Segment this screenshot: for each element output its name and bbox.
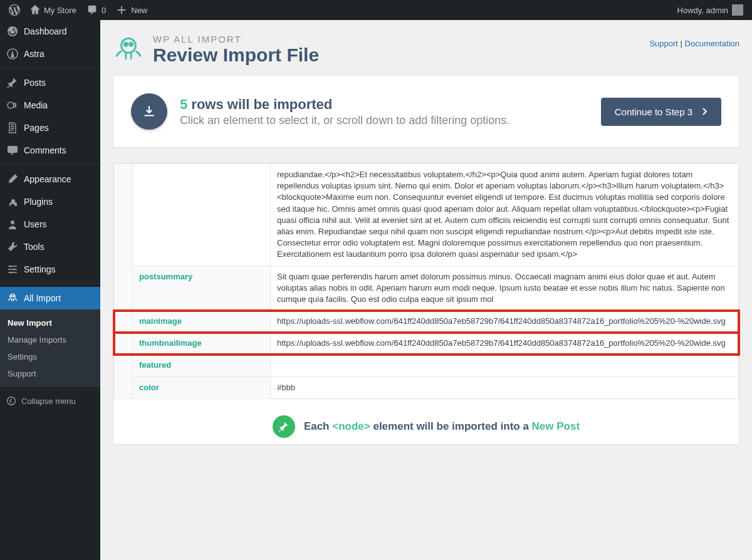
svg-point-9 (8, 397, 16, 405)
collapse-label: Collapse menu (21, 397, 76, 406)
menu-label: Media (24, 100, 48, 110)
new-label: New (131, 6, 147, 15)
footer-note: Each <node> element will be imported int… (113, 415, 739, 438)
cell-key[interactable]: thumbnailimage (133, 333, 271, 355)
comments-icon (6, 144, 19, 157)
menu-label: Plugins (24, 197, 53, 207)
footer-middle: element will be imported into a (370, 420, 532, 432)
menu-pages[interactable]: Pages (0, 117, 100, 139)
admin-topbar: My Store 0 New Howdy, admin (0, 0, 752, 20)
howdy-text: Howdy, admin (677, 6, 728, 15)
submenu-manage-imports[interactable]: Manage Imports (0, 331, 100, 348)
table-row[interactable]: featured (114, 355, 739, 376)
intro-title: 5 rows will be imported (180, 96, 588, 113)
home-icon (30, 5, 40, 15)
cell-key[interactable]: postsummary (133, 266, 271, 311)
footer-newpost: New Post (532, 420, 580, 432)
wordpress-icon (9, 4, 20, 16)
intro-subtitle: Click an element to select it, or scroll… (180, 114, 588, 127)
table-row[interactable]: repudiandae.</p><h2>Et necessitatibus vo… (114, 164, 739, 266)
support-link[interactable]: Support (649, 39, 678, 48)
submenu-support[interactable]: Support (0, 365, 100, 382)
user-icon (6, 218, 19, 231)
submenu-settings[interactable]: Settings (0, 348, 100, 365)
wrench-icon (6, 241, 19, 253)
sliders-icon (6, 263, 19, 276)
footer-node: <node> (332, 420, 370, 432)
menu-label: All Import (24, 293, 61, 303)
menu-label: Pages (24, 123, 49, 133)
rows-count: 5 (180, 96, 187, 112)
footer-each: Each (304, 420, 332, 432)
site-name-label: My Store (44, 6, 76, 15)
menu-label: Appearance (24, 174, 71, 184)
cell-value[interactable]: repudiandae.</p><h2>Et necessitatibus vo… (271, 164, 739, 266)
menu-all-import[interactable]: All Import (0, 287, 100, 309)
cell-value[interactable]: https://uploads-ssl.webflow.com/641ff240… (271, 333, 739, 355)
menu-tools[interactable]: Tools (0, 236, 100, 258)
svg-point-3 (10, 266, 12, 267)
svg-point-2 (11, 220, 14, 224)
pin-circle-icon (273, 415, 295, 438)
account-menu[interactable]: Howdy, admin (672, 4, 748, 16)
media-icon (6, 99, 19, 111)
cell-key[interactable]: mainimage (133, 311, 271, 333)
menu-label: Astra (24, 49, 44, 59)
menu-comments[interactable]: Comments (0, 139, 100, 162)
intro-panel: 5 rows will be imported Click an element… (113, 75, 739, 148)
data-table: repudiandae.</p><h2>Et necessitatibus vo… (113, 163, 739, 399)
brand-title: WP ALL IMPORT (153, 34, 319, 44)
wp-logo[interactable] (4, 0, 25, 20)
collapse-menu[interactable]: Collapse menu (0, 390, 100, 411)
menu-plugins[interactable]: Plugins (0, 190, 100, 213)
continue-button[interactable]: Continue to Step 3 (601, 98, 721, 126)
table-row[interactable]: mainimage https://uploads-ssl.webflow.co… (114, 311, 739, 333)
site-name[interactable]: My Store (25, 0, 81, 20)
cell-value[interactable]: https://uploads-ssl.webflow.com/641ff240… (271, 311, 739, 333)
cell-key[interactable]: featured (133, 355, 271, 376)
header-links: Support | Documentation (649, 34, 739, 48)
admin-sidebar: Dashboard Astra Posts Media Pages (0, 20, 100, 560)
astra-icon (6, 48, 19, 60)
table-row[interactable]: thumbnailimage https://uploads-ssl.webfl… (114, 333, 739, 355)
menu-media[interactable]: Media (0, 94, 100, 117)
main-content: WP ALL IMPORT Review Import File Support… (100, 20, 752, 560)
menu-posts[interactable]: Posts (0, 71, 100, 94)
continue-label: Continue to Step 3 (615, 106, 692, 117)
cell-value[interactable]: Sit quam quae perferendis harum amet dol… (271, 266, 739, 311)
svg-point-12 (130, 43, 133, 46)
wpai-logo-icon (113, 34, 144, 65)
table-row[interactable]: postsummary Sit quam quae perferendis ha… (114, 266, 739, 311)
plus-icon (116, 4, 127, 16)
page-header: WP ALL IMPORT Review Import File Support… (113, 26, 739, 75)
menu-label: Users (24, 219, 47, 229)
cell-value[interactable]: #bbb (271, 376, 739, 398)
plug-icon (6, 195, 19, 208)
cell-value[interactable] (271, 355, 739, 376)
submenu-new-import[interactable]: New Import (0, 314, 100, 331)
pin-icon (6, 76, 19, 89)
submenu-all-import: New Import Manage Imports Settings Suppo… (0, 309, 100, 387)
svg-point-6 (10, 294, 15, 299)
svg-point-1 (8, 102, 14, 108)
menu-dashboard[interactable]: Dashboard (0, 20, 100, 43)
new-content[interactable]: New (111, 0, 152, 20)
data-preview-panel: repudiandae.</p><h2>Et necessitatibus vo… (113, 163, 739, 445)
octo-icon (6, 292, 19, 304)
menu-label: Dashboard (24, 26, 67, 36)
brush-icon (6, 173, 19, 185)
menu-appearance[interactable]: Appearance (0, 168, 100, 190)
avatar (732, 4, 743, 16)
menu-settings[interactable]: Settings (0, 258, 100, 281)
svg-point-5 (11, 272, 13, 274)
cell-key[interactable]: color (133, 376, 271, 398)
svg-point-7 (11, 296, 13, 297)
pages-icon (6, 122, 19, 134)
menu-astra[interactable]: Astra (0, 43, 100, 65)
documentation-link[interactable]: Documentation (685, 39, 739, 48)
page-title: Review Import File (153, 44, 319, 65)
table-row[interactable]: color #bbb (114, 376, 739, 398)
comments-bubble[interactable]: 0 (81, 0, 111, 20)
svg-point-11 (124, 43, 127, 46)
menu-users[interactable]: Users (0, 213, 100, 236)
